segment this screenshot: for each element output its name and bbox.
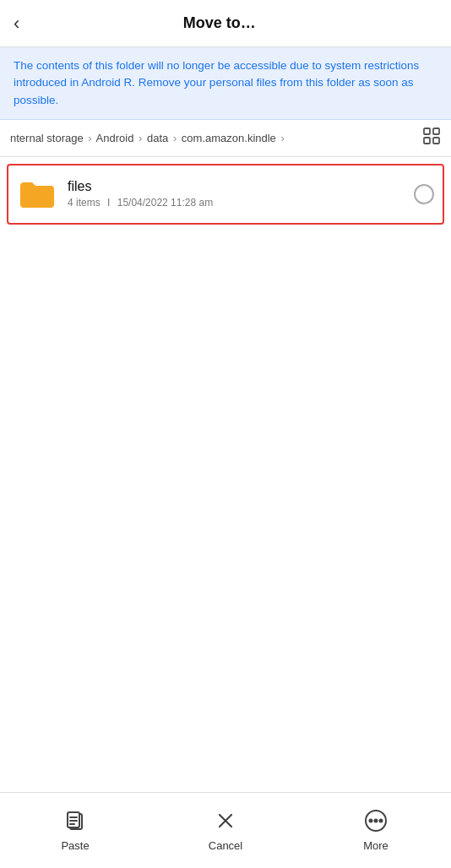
more-label: More bbox=[363, 839, 389, 852]
cancel-icon bbox=[214, 809, 237, 836]
more-button[interactable]: More bbox=[346, 809, 405, 852]
header: ‹ Move to… bbox=[0, 0, 451, 47]
folder-date: 15/04/2022 11:28 am bbox=[117, 197, 213, 209]
folder-name: files bbox=[68, 179, 414, 194]
page-title: Move to… bbox=[30, 14, 409, 32]
folder-meta: 4 items I 15/04/2022 11:28 am bbox=[68, 197, 414, 209]
paste-label: Paste bbox=[61, 839, 89, 852]
cancel-button[interactable]: Cancel bbox=[196, 809, 255, 852]
svg-rect-1 bbox=[433, 128, 439, 134]
warning-banner: The contents of this folder will no long… bbox=[0, 47, 451, 120]
folder-items-count: 4 items bbox=[68, 197, 101, 209]
meta-separator: I bbox=[107, 197, 110, 209]
grid-view-icon[interactable] bbox=[422, 127, 441, 149]
breadcrumb[interactable]: nternal storage › Android › data › com.a… bbox=[10, 132, 416, 144]
breadcrumb-bar: nternal storage › Android › data › com.a… bbox=[0, 120, 451, 157]
folder-select-radio[interactable] bbox=[414, 184, 434, 204]
svg-rect-0 bbox=[424, 128, 430, 134]
svg-point-12 bbox=[370, 820, 372, 822]
paste-icon bbox=[63, 809, 87, 836]
file-list: files 4 items I 15/04/2022 11:28 am bbox=[0, 157, 451, 231]
cancel-label: Cancel bbox=[209, 839, 242, 852]
svg-point-14 bbox=[380, 820, 383, 822]
more-icon bbox=[364, 809, 388, 836]
folder-info: files 4 items I 15/04/2022 11:28 am bbox=[68, 179, 414, 209]
folder-icon bbox=[17, 174, 57, 214]
warning-text: The contents of this folder will no long… bbox=[14, 57, 437, 109]
bottom-toolbar: Paste Cancel More bbox=[0, 792, 451, 868]
svg-point-13 bbox=[375, 820, 378, 822]
folder-item[interactable]: files 4 items I 15/04/2022 11:28 am bbox=[7, 164, 444, 225]
svg-rect-3 bbox=[433, 138, 439, 144]
paste-button[interactable]: Paste bbox=[46, 809, 105, 852]
back-button[interactable]: ‹ bbox=[14, 14, 19, 33]
svg-rect-2 bbox=[424, 138, 430, 144]
